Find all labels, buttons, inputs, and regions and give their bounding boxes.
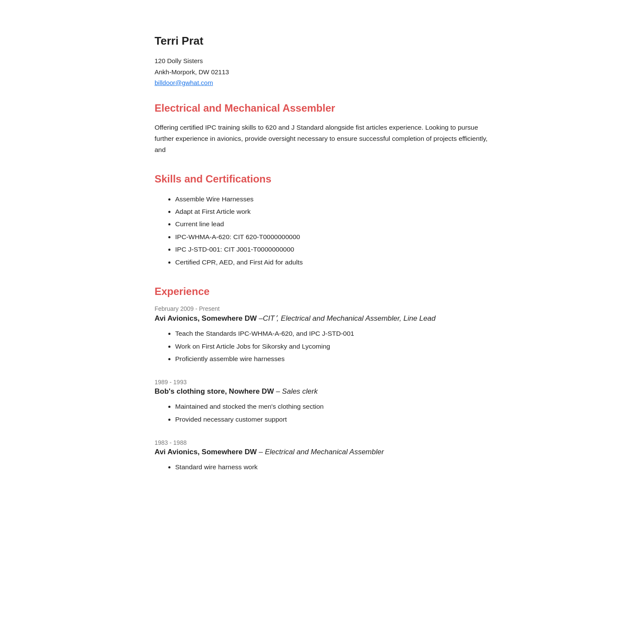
skill-item: Certified CPR, AED, and First Aid for ad…	[175, 256, 489, 268]
experience-bullet-item: Standard wire harness work	[175, 461, 489, 473]
experience-employer: Bob's clothing store, Nowhere DW – Sales…	[155, 387, 489, 396]
experience-title: Experience	[155, 286, 489, 298]
experience-bullet-item: Proficiently assemble wire harnesses	[175, 352, 489, 365]
experience-bullet-item: Teach the Standards IPC-WHMA-A-620, and …	[175, 327, 489, 340]
experience-bullet-item: Maintained and stocked the men's clothin…	[175, 400, 489, 413]
summary-text: Offering certified IPC training skills t…	[155, 122, 489, 156]
experience-bullet-item: Work on First Article Jobs for Sikorsky …	[175, 340, 489, 352]
experience-bullet-item: Provided necessary customer support	[175, 413, 489, 425]
skill-item: IPC-WHMA-A-620: CIT 620-T0000000000	[175, 231, 489, 243]
headline-section: Electrical and Mechanical Assembler Offe…	[155, 102, 489, 156]
experience-section: Experience February 2009 - PresentAvi Av…	[155, 286, 489, 474]
experience-employer: Avi Avionics, Somewhere DW – Electrical …	[155, 448, 489, 456]
experience-role: – Sales clerk	[276, 387, 318, 395]
address-line2: Ankh-Morpork, DW 02113	[155, 67, 489, 78]
experience-entry: 1989 - 1993Bob's clothing store, Nowhere…	[155, 379, 489, 425]
skills-section: Skills and Certifications Assemble Wire …	[155, 173, 489, 269]
experience-role: –CITʼ, Electrical and Mechanical Assembl…	[259, 314, 436, 322]
experience-bullets: Maintained and stocked the men's clothin…	[155, 400, 489, 425]
email-link[interactable]: billdoor@gwhat.com	[155, 79, 213, 86]
skills-list: Assemble Wire HarnessesAdapt at First Ar…	[155, 193, 489, 269]
experience-date: February 2009 - Present	[155, 305, 489, 312]
experience-employer: Avi Avionics, Somewhere DW –CITʼ, Electr…	[155, 314, 489, 323]
headline-title: Electrical and Mechanical Assembler	[155, 102, 489, 114]
resume-page: Terri Prat 120 Dolly Sisters Ankh-Morpor…	[129, 0, 515, 525]
person-name: Terri Prat	[155, 34, 489, 48]
skill-item: Assemble Wire Harnesses	[175, 193, 489, 205]
experience-bullets: Teach the Standards IPC-WHMA-A-620, and …	[155, 327, 489, 365]
contact-block: 120 Dolly Sisters Ankh-Morpork, DW 02113…	[155, 55, 489, 88]
experience-date: 1983 - 1988	[155, 439, 489, 446]
experience-date: 1989 - 1993	[155, 379, 489, 386]
skill-item: Current line lead	[175, 218, 489, 230]
skill-item: IPC J-STD-001: CIT J001-T0000000000	[175, 243, 489, 255]
skills-title: Skills and Certifications	[155, 173, 489, 185]
experience-entry: February 2009 - PresentAvi Avionics, Som…	[155, 305, 489, 365]
experience-bullets: Standard wire harness work	[155, 461, 489, 473]
experience-entry: 1983 - 1988Avi Avionics, Somewhere DW – …	[155, 439, 489, 473]
address-line1: 120 Dolly Sisters	[155, 55, 489, 67]
skill-item: Adapt at First Article work	[175, 205, 489, 218]
experience-role: – Electrical and Mechanical Assembler	[259, 448, 384, 456]
experience-container: February 2009 - PresentAvi Avionics, Som…	[155, 305, 489, 474]
